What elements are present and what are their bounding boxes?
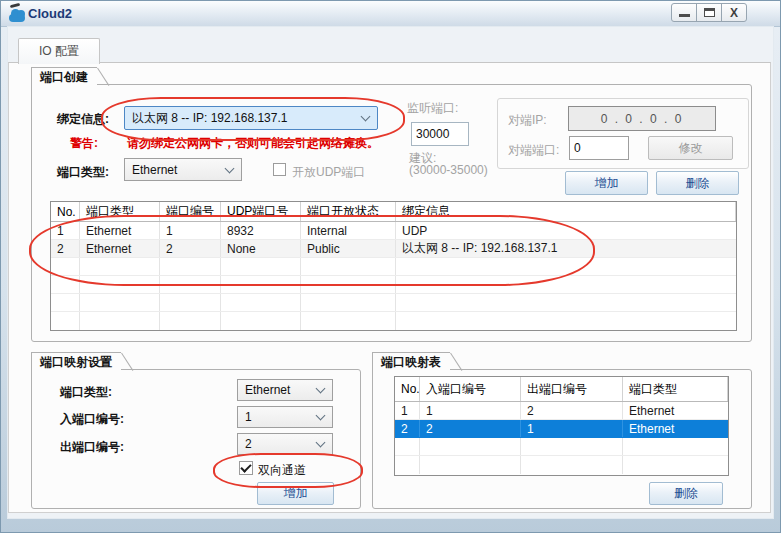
cell: 1 [51, 222, 80, 239]
cell: Public [301, 240, 396, 257]
cell: UDP [396, 222, 736, 239]
listen-port-input[interactable] [411, 122, 469, 146]
minimize-button[interactable] [671, 3, 697, 22]
minimize-icon [679, 14, 690, 17]
ports-col-binding: 绑定信息 [396, 202, 736, 221]
port-delete-button[interactable]: 删除 [656, 171, 739, 195]
binding-select[interactable]: 以太网 8 -- IP: 192.168.137.1 [124, 106, 378, 130]
bidirectional-checkbox[interactable] [239, 461, 253, 475]
app-cloud-icon [9, 7, 27, 22]
close-icon: X [730, 7, 738, 19]
in-port-label: 入端口编号: [60, 411, 124, 428]
ports-col-number: 端口编号 [160, 202, 221, 221]
peer-group: 对端IP: 0 . 0 . 0 . 0 对端端口: 修改 [497, 98, 749, 169]
tab-page: 端口创建 绑定信息: 以太网 8 -- IP: 192.168.137.1 警告… [8, 62, 771, 513]
suggestion-range: (30000-35000) [409, 163, 488, 177]
map-col-no: No. [395, 377, 420, 401]
binding-select-value: 以太网 8 -- IP: 192.168.137.1 [132, 110, 287, 127]
group-port-mapping-table: 端口映射表 No. 入端口编号 出端口编号 端口类型 1 1 2 Etherne… [372, 369, 752, 509]
cell: 8932 [221, 222, 301, 239]
tab-label: IO 配置 [39, 43, 79, 60]
mapping-delete-button[interactable]: 删除 [649, 482, 723, 505]
mapping-delete-button-label: 删除 [674, 485, 698, 502]
map-port-type-select[interactable]: Ethernet [237, 379, 333, 401]
maximize-icon [704, 8, 715, 17]
ports-table: No. 端口类型 端口编号 UDP端口号 端口开放状态 绑定信息 1 Ether… [50, 201, 737, 331]
cell: Ethernet [623, 420, 728, 437]
in-port-select[interactable]: 1 [237, 406, 333, 428]
out-port-select[interactable]: 2 [237, 433, 333, 455]
cell: 1 [395, 402, 420, 419]
binding-label: 绑定信息: [57, 111, 109, 128]
ports-table-empty-row [51, 294, 736, 312]
out-port-label: 出端口编号: [60, 439, 124, 456]
group-mapping-settings-title: 端口映射设置 [31, 352, 121, 372]
open-udp-checkbox[interactable] [273, 163, 286, 176]
port-type-select-value: Ethernet [132, 163, 177, 177]
ports-col-udp: UDP端口号 [221, 202, 301, 221]
bidirectional-label: 双向通道 [258, 462, 306, 479]
map-col-in: 入端口编号 [420, 377, 521, 401]
chevron-down-icon [316, 438, 326, 448]
map-port-type-value: Ethernet [245, 383, 290, 397]
cell: None [221, 240, 301, 257]
group-port-create-title: 端口创建 [31, 67, 97, 87]
port-add-button-label: 增加 [595, 175, 619, 192]
cell: Ethernet [623, 402, 728, 419]
cell: 以太网 8 -- IP: 192.168.137.1 [396, 240, 736, 257]
port-delete-button-label: 删除 [686, 175, 710, 192]
cell: Ethernet [80, 240, 160, 257]
peer-ip-field[interactable]: 0 . 0 . 0 . 0 [568, 106, 716, 131]
close-button[interactable]: X [721, 3, 747, 22]
modify-button[interactable]: 修改 [648, 136, 733, 160]
cell: Ethernet [80, 222, 160, 239]
modify-button-label: 修改 [679, 140, 703, 157]
listen-port-label: 监听端口: [407, 100, 458, 117]
ports-col-type: 端口类型 [80, 202, 160, 221]
mapping-table-empty-row [395, 456, 728, 474]
ports-col-status: 端口开放状态 [301, 202, 396, 221]
ports-table-empty-row [51, 258, 736, 276]
maximize-button[interactable] [696, 3, 722, 22]
mapping-table-row[interactable]: 1 1 2 Ethernet [395, 402, 728, 420]
peer-port-input[interactable] [569, 136, 629, 160]
window-title: Cloud2 [28, 6, 72, 21]
port-type-label: 端口类型: [57, 164, 109, 181]
map-port-type-label: 端口类型: [60, 384, 112, 401]
open-udp-label: 开放UDP端口 [292, 164, 365, 181]
mapping-table-row-selected[interactable]: 2 2 1 Ethernet [395, 420, 728, 438]
group-port-create: 端口创建 绑定信息: 以太网 8 -- IP: 192.168.137.1 警告… [31, 84, 752, 342]
port-type-select[interactable]: Ethernet [124, 158, 242, 181]
group-mapping-table-title: 端口映射表 [372, 352, 450, 372]
ports-table-row[interactable]: 1 Ethernet 1 8932 Internal UDP [51, 222, 736, 240]
mapping-table-header: No. 入端口编号 出端口编号 端口类型 [395, 377, 728, 402]
tab-io-config[interactable]: IO 配置 [18, 38, 100, 64]
cell: Internal [301, 222, 396, 239]
cell: 2 [420, 420, 521, 437]
cell: 1 [420, 402, 521, 419]
group-port-mapping-settings: 端口映射设置 端口类型: Ethernet 入端口编号: 1 出端口编号: 2 … [31, 369, 361, 509]
mapping-add-button[interactable]: 增加 [257, 482, 334, 505]
warning-label: 警告: [70, 135, 98, 152]
cell: 2 [521, 402, 623, 419]
port-add-button[interactable]: 增加 [565, 171, 648, 195]
in-port-value: 1 [245, 410, 252, 424]
chevron-down-icon [316, 384, 326, 394]
map-col-out: 出端口编号 [521, 377, 623, 401]
title-bar[interactable]: Cloud2 X [1, 1, 780, 27]
map-col-type: 端口类型 [623, 377, 728, 401]
ports-col-no: No. [51, 202, 80, 221]
cell: 1 [160, 222, 221, 239]
warning-text: 请勿绑定公网网卡，否则可能会引起网络瘫痪。 [127, 135, 379, 152]
peer-ip-label: 对端IP: [508, 112, 547, 129]
peer-ip-value: 0 . 0 . 0 . 0 [601, 112, 684, 126]
peer-port-label: 对端端口: [508, 142, 559, 159]
ports-table-row[interactable]: 2 Ethernet 2 None Public 以太网 8 -- IP: 19… [51, 240, 736, 258]
ports-table-empty-row [51, 312, 736, 330]
cell: 2 [395, 420, 420, 437]
cell: 2 [160, 240, 221, 257]
cloud-config-window: Cloud2 X IO 配置 端口创建 绑定信息: 以太网 8 -- IP: 1… [0, 0, 781, 533]
chevron-down-icon [225, 163, 235, 173]
cell: 2 [51, 240, 80, 257]
ports-table-empty-row [51, 276, 736, 294]
